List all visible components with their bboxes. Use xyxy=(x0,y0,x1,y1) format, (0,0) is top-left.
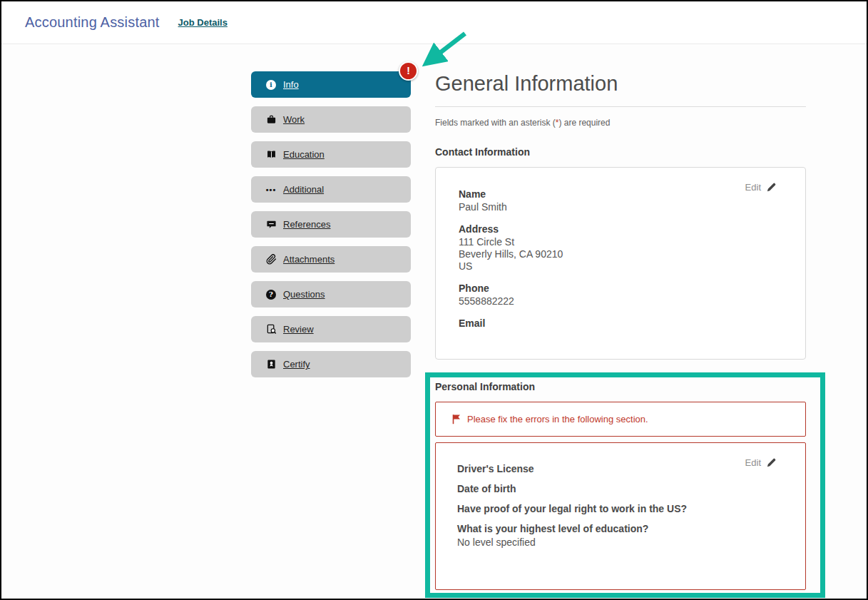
field-phone: Phone 5558882222 xyxy=(459,282,782,307)
speech-bubble-icon xyxy=(265,219,277,230)
tab-label: References xyxy=(283,219,330,230)
field-work-proof: Have proof of your legal right to work i… xyxy=(457,503,782,514)
field-education-level: What is your highest level of education?… xyxy=(457,523,782,549)
error-message: Please fix the errors in the following s… xyxy=(467,414,648,424)
tab-info[interactable]: i Info ! xyxy=(251,71,411,98)
tab-label: Review xyxy=(283,324,314,335)
tab-work[interactable]: Work xyxy=(251,106,411,133)
tab-label: Education xyxy=(283,149,325,160)
tab-label: Additional xyxy=(283,184,324,195)
error-badge: ! xyxy=(399,61,418,81)
question-icon: ? xyxy=(265,289,277,300)
required-fields-note: Fields marked with an asterisk (*) are r… xyxy=(435,118,806,128)
contact-info-heading: Contact Information xyxy=(435,146,806,158)
personal-info-heading: Personal Information xyxy=(435,381,806,392)
app-window: Accounting Assistant Job Details i Info … xyxy=(0,0,868,600)
review-icon xyxy=(265,324,277,335)
ellipsis-icon: ••• xyxy=(265,184,277,195)
tab-certify[interactable]: Certify xyxy=(251,351,411,377)
tab-label: Attachments xyxy=(283,254,335,265)
tab-review[interactable]: Review xyxy=(251,316,411,342)
tab-label: Questions xyxy=(283,289,325,300)
field-drivers-license: Driver's License xyxy=(457,463,782,474)
pencil-icon xyxy=(766,182,777,193)
paperclip-icon xyxy=(265,254,277,265)
sidebar: i Info ! Work Education ••• Additional xyxy=(251,71,411,386)
main-content: General Information Fields marked with a… xyxy=(435,71,806,360)
personal-card: Edit Driver's License Date of birth Have… xyxy=(435,442,806,590)
flag-icon xyxy=(451,414,461,424)
tab-additional[interactable]: ••• Additional xyxy=(251,176,411,203)
personal-section: Personal Information Please fix the erro… xyxy=(435,381,806,590)
field-name: Name Paul Smith xyxy=(459,188,782,213)
tab-label: Work xyxy=(283,114,305,125)
pencil-icon xyxy=(766,457,777,468)
book-icon xyxy=(265,149,277,161)
field-address: Address 111 Circle St Beverly Hills, CA … xyxy=(459,223,782,273)
job-details-link[interactable]: Job Details xyxy=(178,17,228,28)
contact-card: Edit Name Paul Smith Address 111 Circle … xyxy=(435,167,806,360)
briefcase-icon xyxy=(265,114,277,126)
field-date-of-birth: Date of birth xyxy=(457,483,782,494)
section-title: General Information xyxy=(435,71,806,96)
edit-personal-button[interactable]: Edit xyxy=(745,457,777,468)
app-header: Accounting Assistant Job Details xyxy=(1,1,867,44)
field-email: Email xyxy=(459,317,782,330)
certify-icon xyxy=(265,359,277,370)
tab-questions[interactable]: ? Questions xyxy=(251,281,411,307)
tab-references[interactable]: References xyxy=(251,211,411,238)
tab-label: Info xyxy=(283,79,299,90)
tab-label: Certify xyxy=(283,359,310,370)
error-banner: Please fix the errors in the following s… xyxy=(435,402,806,437)
page-title: Accounting Assistant xyxy=(25,14,160,31)
info-icon: i xyxy=(265,79,277,91)
tab-attachments[interactable]: Attachments xyxy=(251,246,411,273)
divider xyxy=(435,106,806,107)
tab-education[interactable]: Education xyxy=(251,141,411,168)
edit-contact-button[interactable]: Edit xyxy=(745,182,777,193)
